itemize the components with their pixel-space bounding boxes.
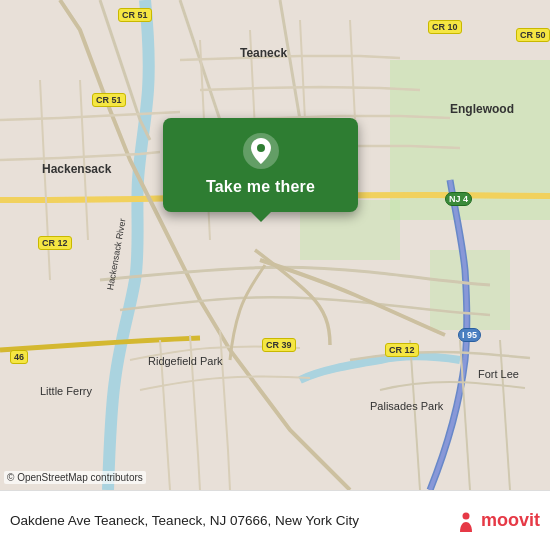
badge-i95: I 95 — [458, 328, 481, 342]
map-container: Hackensack Teaneck Englewood Ridgefield … — [0, 0, 550, 490]
badge-cr50: CR 50 — [516, 28, 550, 42]
badge-cr39: CR 39 — [262, 338, 296, 352]
badge-cr10: CR 10 — [428, 20, 462, 34]
badge-nj4: NJ 4 — [445, 192, 472, 206]
address-text: Oakdene Ave Teaneck, Teaneck, NJ 07666, … — [10, 512, 447, 530]
popup-card: Take me there — [163, 118, 358, 212]
svg-point-6 — [462, 512, 469, 519]
location-pin-icon — [242, 132, 280, 170]
map-svg — [0, 0, 550, 490]
badge-cr51-top: CR 51 — [118, 8, 152, 22]
badge-rt46: 46 — [10, 350, 28, 364]
bottom-bar: Oakdene Ave Teaneck, Teaneck, NJ 07666, … — [0, 490, 550, 550]
osm-attribution: © OpenStreetMap contributors — [4, 471, 146, 484]
moovit-logo: moovit — [455, 510, 540, 532]
badge-cr12-right: CR 12 — [385, 343, 419, 357]
moovit-person-icon — [455, 510, 477, 532]
svg-point-5 — [257, 144, 265, 152]
moovit-brand-text: moovit — [481, 510, 540, 531]
badge-cr12-left: CR 12 — [38, 236, 72, 250]
badge-cr51-mid: CR 51 — [92, 93, 126, 107]
take-me-there-button[interactable]: Take me there — [206, 178, 315, 196]
